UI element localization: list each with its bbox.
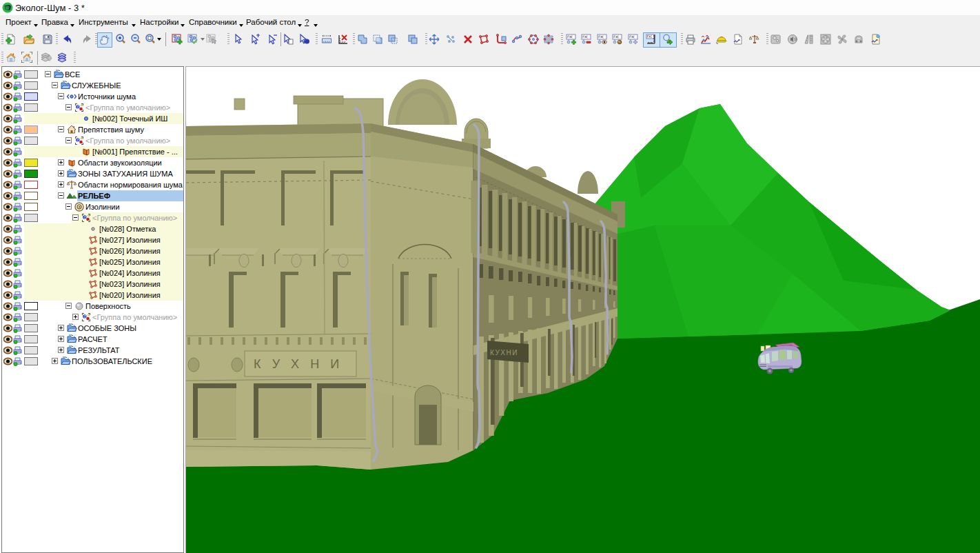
svg-text:КУХНИ: КУХНИ: [490, 349, 518, 356]
svg-text:0: 0: [84, 215, 87, 220]
svg-text:КУХНИ: КУХНИ: [254, 357, 350, 371]
svg-text:0: 0: [84, 314, 87, 319]
svg-text:0: 0: [77, 138, 80, 143]
svg-text:0: 0: [77, 105, 80, 110]
